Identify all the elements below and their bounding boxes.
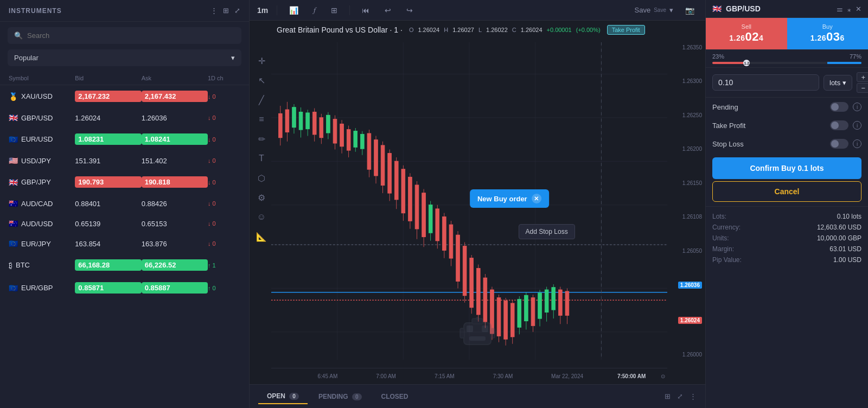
pending-info-icon[interactable]: i [853, 103, 861, 111]
sell-button[interactable]: Sell 1.26024 [706, 18, 787, 49]
grid-icon[interactable]: ⊞ [223, 7, 229, 15]
confirm-buy-button[interactable]: Confirm Buy 0.1 lots [712, 157, 861, 179]
price-label-2: 1.26250 [682, 112, 702, 118]
svg-rect-64 [442, 217, 446, 250]
list-item[interactable]: 🇪🇺 EUR/GBP 0.85871 0.85887 ↑ 0 [0, 277, 249, 299]
draw-tool[interactable]: ✏ [254, 131, 269, 146]
instrument-change: ↑ 1 [208, 262, 240, 269]
svg-rect-50 [394, 161, 398, 199]
svg-rect-42 [367, 133, 371, 169]
emoji-tool[interactable]: ☺ [254, 209, 269, 225]
redo-btn[interactable]: ↪ [403, 4, 416, 17]
increase-lot-btn[interactable]: + [857, 72, 868, 82]
spread-bar-container: 23% 77% 1.2 [706, 50, 868, 68]
svg-rect-103 [467, 326, 473, 332]
stop-loss-info-icon[interactable]: i [853, 139, 861, 148]
save-group[interactable]: Save Save ▾ [635, 6, 673, 14]
bottom-tabs: OPEN 0 PENDING 0 CLOSED ⊞ ⤢ ⋮ [250, 384, 705, 408]
svg-rect-52 [401, 169, 405, 213]
instrument-name: 🇦🇺 AUD/USD [9, 219, 75, 228]
svg-rect-68 [456, 235, 460, 281]
summary-lots-row: Lots: 0.10 lots [712, 211, 861, 222]
indicators-btn[interactable]: 𝑓 [310, 3, 319, 17]
buy-button[interactable]: Buy 1.26036 [787, 18, 869, 49]
ohlc-low: 1.26022 [486, 27, 508, 33]
pair-name: GBP/USD [726, 4, 761, 13]
instrument-name: ₿ BTC [9, 261, 75, 270]
undo-btn[interactable]: ↩ [381, 4, 394, 17]
instrument-bid: 1.26024 [75, 114, 141, 122]
lot-size-input[interactable] [712, 74, 819, 91]
list-item[interactable]: ₿ BTC 66,168.28 66,226.52 ↑ 1 [0, 254, 249, 277]
search-input[interactable] [27, 31, 235, 40]
search-box[interactable]: 🔍 [8, 27, 241, 44]
text-tool[interactable]: T [254, 151, 269, 166]
tab-icon-3[interactable]: ⋮ [690, 392, 697, 400]
spread-labels: 23% 77% [712, 53, 861, 60]
cancel-button[interactable]: Cancel [712, 181, 861, 202]
take-profit-toggle-row: Take Profit i [706, 116, 868, 135]
take-profit-badge: Take Profit [607, 25, 645, 35]
crosshair-tool[interactable]: ✛ [254, 53, 269, 68]
popup-close-btn[interactable]: ✕ [532, 194, 541, 203]
summary-margin-row: Margin: 63.01 USD [712, 244, 861, 254]
summary-pip-label: Pip Value: [712, 256, 742, 264]
buy-label: Buy [796, 23, 860, 30]
list-item[interactable]: 🇪🇺 EUR/JPY 163.854 163.876 ↓ 0 [0, 234, 249, 254]
list-item[interactable]: 🇬🇧 GBP/JPY 190.793 190.818 ↓ 0 [0, 171, 249, 194]
instrument-ask: 0.65153 [142, 220, 208, 228]
tab-closed[interactable]: CLOSED [373, 390, 417, 404]
cursor-tool[interactable]: ↖ [254, 73, 269, 88]
panel-indicator-icon[interactable]: ⁎ [847, 5, 851, 13]
instrument-change: ↓ 0 [208, 179, 240, 186]
spread-bar: 1.2 [712, 62, 861, 64]
tab-open[interactable]: OPEN 0 [258, 389, 308, 404]
horizontal-line-tool[interactable]: ≡ [254, 112, 269, 127]
panel-close-icon[interactable]: ✕ [856, 5, 861, 13]
panel-settings-icon[interactable]: ⚌ [837, 5, 843, 13]
list-item[interactable]: 🥇 XAU/USD 2,167.232 2,167.432 ↓ 0 [0, 85, 249, 108]
settings-tool[interactable]: ⚙ [254, 190, 269, 205]
menu-icon[interactable]: ⋮ [210, 7, 218, 15]
pattern-tool[interactable]: ⬡ [254, 170, 269, 186]
take-profit-toggle-switch[interactable] [830, 120, 848, 130]
back-btn[interactable]: ⏮ [359, 4, 373, 17]
add-stop-loss-popup[interactable]: Add Stop Loss [519, 224, 575, 239]
tab-icon-1[interactable]: ⊞ [665, 392, 671, 400]
spread-left-pct: 23% [712, 53, 724, 60]
stop-loss-toggle-switch[interactable] [830, 139, 848, 149]
instrument-flag: ₿ [9, 261, 12, 270]
collapse-icon[interactable]: ⤢ [234, 7, 240, 15]
measure-tool[interactable]: 📐 [254, 229, 269, 244]
candle-type-btn[interactable]: 📊 [286, 4, 302, 17]
pending-toggle-right: i [830, 102, 861, 112]
filter-dropdown[interactable]: Popular ▾ [8, 49, 241, 66]
templates-btn[interactable]: ⊞ [328, 4, 341, 17]
line-tool[interactable]: ╱ [254, 92, 269, 107]
take-profit-toggle-label: Take Profit [712, 122, 745, 130]
decrease-lot-btn[interactable]: − [857, 83, 868, 93]
svg-rect-107 [460, 328, 464, 338]
tab-closed-label: CLOSED [381, 393, 409, 400]
list-item[interactable]: 🇦🇺 AUD/CAD 0.88401 0.88426 ↓ 0 [0, 194, 249, 214]
chart-clock-icon: ⊙ [661, 373, 667, 379]
tab-icon-2[interactable]: ⤢ [677, 392, 683, 400]
summary-units-row: Units: 10,000.00 GBP [712, 233, 861, 244]
chart-area: 1m 📊 𝑓 ⊞ ⏮ ↩ ↪ Save Save ▾ 📷 ✛ ↖ ╱ ≡ ✏ T… [250, 0, 705, 408]
timeframe-selector[interactable]: 1m [257, 6, 268, 15]
list-item[interactable]: 🇬🇧 GBP/USD 1.26024 1.26036 ↓ 0 [0, 108, 249, 128]
svg-rect-88 [525, 296, 528, 321]
take-profit-info-icon[interactable]: i [853, 121, 861, 130]
instrument-ask: 66,226.52 [142, 259, 208, 271]
tab-pending-badge: 0 [352, 393, 362, 400]
lots-dropdown[interactable]: lots ▾ [824, 75, 852, 91]
pending-toggle-switch[interactable] [830, 102, 848, 112]
camera-btn[interactable]: 📷 [682, 4, 698, 17]
stop-loss-toggle-knob [831, 140, 839, 148]
spread-value: 1.2 [744, 61, 749, 65]
tab-pending[interactable]: PENDING 0 [310, 390, 371, 404]
list-item[interactable]: 🇺🇸 USD/JPY 151.391 151.402 ↓ 0 [0, 151, 249, 171]
list-item[interactable]: 🇪🇺 EUR/USD 1.08231 1.08241 ↓ 0 [0, 128, 249, 151]
list-item[interactable]: 🇦🇺 AUD/USD 0.65139 0.65153 ↓ 0 [0, 214, 249, 234]
time-label-0: 6:45 AM [298, 373, 357, 379]
